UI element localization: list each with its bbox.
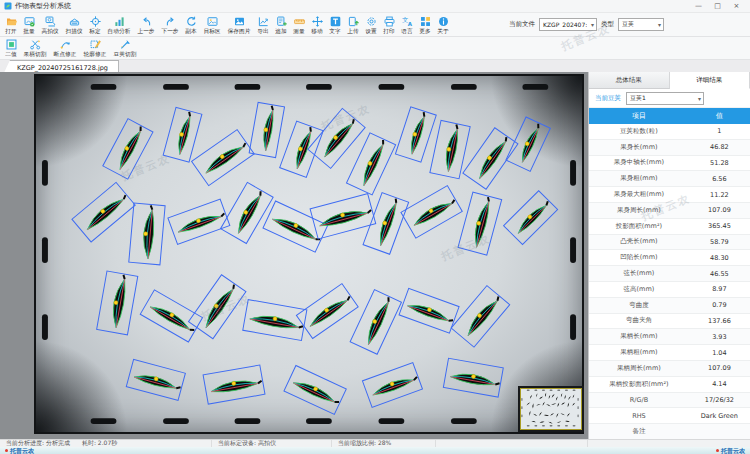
text-icon bbox=[330, 16, 341, 27]
metric-value-cell: 1 bbox=[689, 127, 750, 135]
metric-name-cell: RHS bbox=[589, 412, 689, 420]
brand-logo-left: 托普云农 bbox=[5, 447, 34, 454]
toolbar-item-label: 目标区 bbox=[203, 28, 220, 34]
table-row: 弯曲夹角 137.66 bbox=[589, 314, 750, 330]
metric-name-cell: 弯曲度 bbox=[589, 301, 689, 310]
pod-cut-icon bbox=[120, 39, 131, 50]
target-area-icon bbox=[207, 16, 218, 27]
toolbar-item-undo[interactable]: 上一步 bbox=[134, 13, 158, 36]
type-select[interactable]: 豆荚 ▾ bbox=[618, 18, 664, 31]
undo-icon bbox=[141, 16, 152, 27]
results-table-body: 豆荚粒数(粒) 1 果身长(mm) 46.82 果身中轴长(mm) 51.28 … bbox=[589, 124, 750, 440]
table-row: R/G/B 17/26/32 bbox=[589, 393, 750, 409]
metric-value-cell: 107.09 bbox=[689, 364, 750, 372]
image-viewer[interactable] bbox=[0, 72, 588, 440]
toolbar-item-more[interactable]: 更多 bbox=[416, 13, 434, 36]
toolbar-item-open[interactable]: 打开 bbox=[2, 13, 20, 36]
toolbar-item-move[interactable]: 移动 bbox=[308, 13, 326, 36]
toolbar-item-pod-cut[interactable]: 豆荚切割 bbox=[110, 37, 140, 59]
metric-name-cell: 凹陷长(mm) bbox=[589, 253, 689, 262]
results-table-header: 项目 值 bbox=[589, 108, 750, 124]
brand-dot-icon bbox=[716, 449, 719, 452]
minimize-button[interactable]: — bbox=[689, 0, 708, 12]
toolbar-item-stem-cut[interactable]: 果柄切割 bbox=[20, 37, 50, 59]
toolbar-item-label: 轮廓修正 bbox=[84, 51, 107, 57]
toolbar-item-label: 移动 bbox=[311, 28, 322, 34]
metric-name-cell: 果柄投影面积(mm²) bbox=[589, 380, 689, 389]
table-row: 果柄粗(mm) 1.04 bbox=[589, 345, 750, 361]
tab-overall-results[interactable]: 总体结果 bbox=[589, 72, 670, 89]
main-content: 总体结果 详细结果 当前豆荚 豆荚1 ▾ 项目 值 豆荚粒数(粒) 1 果身长(… bbox=[0, 72, 750, 440]
brand-logo-right: 托普云农 bbox=[716, 447, 745, 454]
current-file-value: KZGP_202407: bbox=[543, 21, 587, 28]
toolbar-item-measure[interactable]: 测量 bbox=[290, 13, 308, 36]
toolbar-item-contour-fix[interactable]: 轮廓修正 bbox=[80, 37, 110, 59]
metric-value-cell: 0.79 bbox=[689, 301, 750, 309]
toolbar-item-auto-analyze[interactable]: 自动分析 bbox=[104, 13, 134, 36]
tab-detailed-results[interactable]: 详细结果 bbox=[670, 72, 750, 89]
batch-icon bbox=[24, 16, 35, 27]
toolbar-item-calibrate[interactable]: 标定 bbox=[86, 13, 104, 36]
settings-icon bbox=[366, 16, 377, 27]
toolbar-item-label: 上一步 bbox=[137, 28, 154, 34]
metric-value-cell: 46.55 bbox=[689, 270, 750, 278]
status-filler bbox=[588, 440, 750, 447]
toolbar-item-print[interactable]: 打印 bbox=[380, 13, 398, 36]
table-row: 果柄周长(mm) 107.09 bbox=[589, 361, 750, 377]
binary-icon bbox=[6, 39, 17, 50]
metric-value-cell: 1.04 bbox=[689, 349, 750, 357]
toolbar-item-label: 果柄切割 bbox=[24, 51, 47, 57]
toolbar-item-label: 二值 bbox=[5, 51, 16, 57]
toolbar-item-batch[interactable]: 批量 bbox=[20, 13, 38, 36]
maximize-button[interactable]: □ bbox=[708, 0, 727, 12]
metric-value-cell: 58.79 bbox=[689, 238, 750, 246]
toolbar-item-label: 打印 bbox=[383, 28, 394, 34]
toolbar-item-breakpoint-fix[interactable]: 断点修正 bbox=[50, 37, 80, 59]
toolbar-item-target-area[interactable]: 目标区 bbox=[200, 13, 224, 36]
save-image-icon bbox=[234, 16, 245, 27]
table-row: 果身周长(mm) 107.09 bbox=[589, 203, 750, 219]
metric-name-cell: 备注 bbox=[589, 427, 689, 436]
toolbar-item-label: 语言 bbox=[401, 28, 412, 34]
toolbar-item-redo[interactable]: 下一步 bbox=[158, 13, 182, 36]
toolbar-item-label: 追加 bbox=[275, 28, 286, 34]
toolbar-item-upload[interactable]: 上传 bbox=[344, 13, 362, 36]
toolbar-item-save-image[interactable]: 保存图片 bbox=[224, 13, 254, 36]
toolbar-item-scanner[interactable]: 扫描仪 bbox=[62, 13, 86, 36]
table-row: 果身最大粗(mm) 11.22 bbox=[589, 187, 750, 203]
binary-thumbnail[interactable] bbox=[518, 386, 584, 432]
toolbar-item-text[interactable]: 文字 bbox=[326, 13, 344, 36]
toolbar-item-label: 打开 bbox=[5, 28, 16, 34]
header-value: 值 bbox=[689, 111, 750, 121]
contour-fix-icon bbox=[90, 39, 101, 50]
calibrate-icon bbox=[90, 16, 101, 27]
doc-camera-icon bbox=[45, 16, 56, 27]
pod-annotations bbox=[36, 76, 582, 432]
chevron-down-icon: ▾ bbox=[698, 95, 701, 102]
metric-name-cell: 果身中轴长(mm) bbox=[589, 158, 689, 167]
file-type-controls: 当前文件 KZGP_202407: ▾ 类型 豆荚 ▾ bbox=[509, 18, 664, 31]
svg-text:A: A bbox=[407, 20, 412, 26]
toolbar-item-label: 保存图片 bbox=[228, 28, 251, 34]
metric-value-cell: 4.14 bbox=[689, 380, 750, 388]
toolbar-item-label: 自动分析 bbox=[108, 28, 131, 34]
close-button[interactable]: × bbox=[727, 0, 746, 12]
toolbar-item-language[interactable]: 文A 语言 bbox=[398, 13, 416, 36]
toolbar-item-duplicate[interactable]: 副本 bbox=[182, 13, 200, 36]
current-pod-select[interactable]: 豆荚1 ▾ bbox=[626, 92, 704, 105]
toolbar-items: 打开 批量 高拍仪 扫描仪 标定 自动分析 上一步 下一步 副本 目标区 保存图 bbox=[2, 13, 452, 36]
toolbar-item-label: 下一步 bbox=[161, 28, 178, 34]
toolbar-item-export[interactable]: 导出 bbox=[254, 13, 272, 36]
toolbar-item-append[interactable]: 追加 bbox=[272, 13, 290, 36]
current-pod-row: 当前豆荚 豆荚1 ▾ bbox=[589, 89, 750, 108]
toolbar-item-about[interactable]: 关于 bbox=[434, 13, 452, 36]
metric-value-cell: 365.45 bbox=[689, 222, 750, 230]
upload-icon bbox=[348, 16, 359, 27]
chevron-down-icon: ▾ bbox=[591, 21, 594, 28]
toolbar-item-settings[interactable]: 设置 bbox=[362, 13, 380, 36]
toolbar-item-binary[interactable]: 二值 bbox=[2, 37, 20, 59]
title-bar: 作物表型分析系统 — □ × bbox=[0, 0, 750, 13]
current-file-select[interactable]: KZGP_202407: ▾ bbox=[539, 18, 597, 31]
metric-value-cell: 8.97 bbox=[689, 285, 750, 293]
toolbar-item-doc-camera[interactable]: 高拍仪 bbox=[38, 13, 62, 36]
